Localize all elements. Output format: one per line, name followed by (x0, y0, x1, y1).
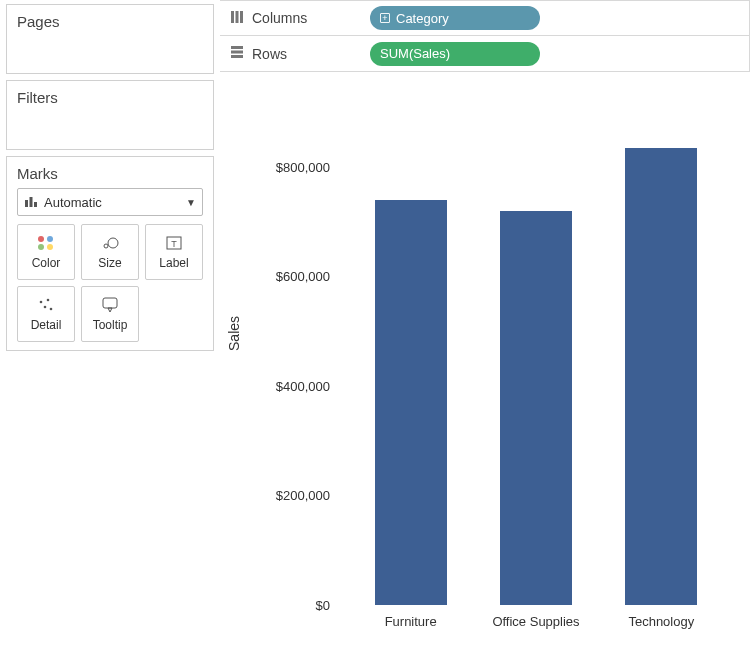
detail-icon (36, 296, 56, 314)
svg-rect-17 (236, 11, 239, 23)
columns-shelf[interactable]: Columns + Category (220, 0, 750, 36)
svg-rect-19 (231, 46, 243, 49)
y-axis[interactable]: $0$200,000$400,000$600,000$800,000 (260, 112, 336, 605)
x-tick-label: Technology (611, 614, 711, 629)
chevron-down-icon: ▼ (186, 197, 196, 208)
marks-size-label: Size (98, 256, 121, 270)
svg-point-8 (108, 238, 118, 248)
svg-point-7 (104, 244, 108, 248)
y-tick-label: $200,000 (254, 488, 330, 503)
marks-tooltip-button[interactable]: Tooltip (81, 286, 139, 342)
bar-chart-icon (24, 194, 38, 211)
size-icon (100, 234, 120, 252)
mark-type-dropdown[interactable]: Automatic ▼ (17, 188, 203, 216)
svg-rect-21 (231, 55, 243, 58)
filters-shelf[interactable]: Filters (6, 80, 214, 150)
marks-label: Marks (7, 157, 213, 188)
svg-point-11 (40, 301, 43, 304)
chart-viewport: Sales $0$200,000$400,000$600,000$800,000… (220, 72, 750, 657)
y-tick-label: $800,000 (254, 159, 330, 174)
svg-point-13 (44, 306, 47, 309)
svg-rect-20 (231, 51, 243, 54)
marks-detail-label: Detail (31, 318, 62, 332)
filters-label: Filters (7, 81, 213, 114)
svg-point-6 (47, 244, 53, 250)
columns-shelf-label: Columns (252, 10, 307, 26)
rows-shelf-label: Rows (252, 46, 287, 62)
worksheet-main: Columns + Category Rows SUM(Sales) Sales (220, 0, 750, 657)
marks-color-button[interactable]: Color (17, 224, 75, 280)
columns-pill-category[interactable]: + Category (370, 6, 540, 30)
rows-shelf[interactable]: Rows SUM(Sales) (220, 36, 750, 72)
svg-rect-1 (30, 197, 33, 207)
svg-rect-0 (25, 200, 28, 207)
marks-card: Marks Automatic ▼ Color (6, 156, 214, 351)
marks-detail-button[interactable]: Detail (17, 286, 75, 342)
rows-pill-sum-sales[interactable]: SUM(Sales) (370, 42, 540, 66)
label-icon: T (164, 234, 184, 252)
color-icon (36, 234, 56, 252)
x-tick-label: Furniture (361, 614, 461, 629)
svg-point-4 (47, 236, 53, 242)
y-tick-label: $0 (254, 598, 330, 613)
x-axis: FurnitureOffice SuppliesTechnology (340, 614, 732, 629)
svg-rect-2 (34, 202, 37, 207)
plot-area: FurnitureOffice SuppliesTechnology (340, 112, 732, 605)
y-tick-label: $600,000 (254, 269, 330, 284)
side-panels: Pages Filters Marks Automatic ▼ (0, 0, 220, 657)
bar[interactable] (375, 200, 447, 605)
rows-pill-text: SUM(Sales) (380, 46, 450, 61)
svg-rect-16 (231, 11, 234, 23)
pages-label: Pages (7, 5, 213, 38)
marks-color-label: Color (32, 256, 61, 270)
pages-shelf[interactable]: Pages (6, 4, 214, 74)
y-axis-title: Sales (226, 315, 242, 350)
bar[interactable] (625, 148, 697, 605)
marks-tooltip-label: Tooltip (93, 318, 128, 332)
x-tick-label: Office Supplies (486, 614, 586, 629)
rows-icon (230, 45, 244, 62)
svg-point-5 (38, 244, 44, 250)
marks-size-button[interactable]: Size (81, 224, 139, 280)
marks-label-button[interactable]: T Label (145, 224, 203, 280)
svg-point-14 (50, 308, 53, 311)
mark-type-value: Automatic (44, 195, 102, 210)
y-tick-label: $400,000 (254, 378, 330, 393)
svg-text:T: T (171, 239, 177, 249)
bar[interactable] (500, 211, 572, 605)
columns-pill-text: Category (396, 11, 449, 26)
svg-point-3 (38, 236, 44, 242)
tooltip-icon (100, 296, 120, 314)
columns-icon (230, 10, 244, 27)
expand-icon: + (380, 13, 390, 23)
svg-rect-18 (240, 11, 243, 23)
svg-point-12 (47, 299, 50, 302)
marks-label-label: Label (159, 256, 188, 270)
svg-rect-15 (103, 298, 117, 308)
